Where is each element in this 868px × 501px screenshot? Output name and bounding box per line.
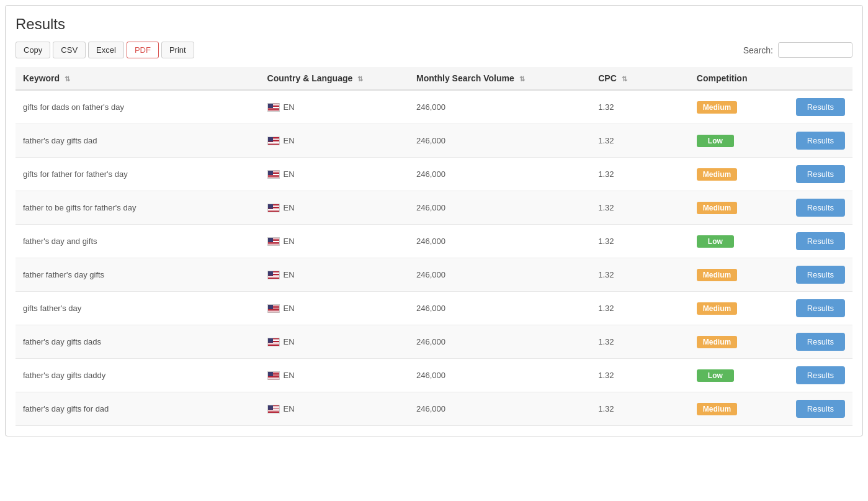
cell-country: EN xyxy=(260,292,409,325)
cell-action: Results xyxy=(789,258,852,292)
table-row: father father's day giftsEN246,0001.32Me… xyxy=(16,258,852,292)
cell-volume: 246,000 xyxy=(409,292,591,325)
cell-cpc: 1.32 xyxy=(591,292,689,325)
flag-icon xyxy=(267,338,280,346)
search-label: Search: xyxy=(743,45,773,55)
results-button[interactable]: Results xyxy=(796,98,845,116)
cell-keyword: father's day gifts dad xyxy=(16,124,260,158)
cell-keyword: father's day gifts for dad xyxy=(16,392,260,426)
cell-cpc: 1.32 xyxy=(591,392,689,426)
page-title: Results xyxy=(16,16,852,33)
cell-cpc: 1.32 xyxy=(591,359,689,392)
flag-icon xyxy=(267,170,280,179)
copy-button[interactable]: Copy xyxy=(16,42,50,58)
competition-badge: Medium xyxy=(697,403,737,415)
cell-competition: Low xyxy=(689,124,789,158)
cell-competition: Medium xyxy=(689,292,789,325)
header-keyword: Keyword ⇅ xyxy=(16,67,260,90)
table-row: gifts for dads on father's dayEN246,0001… xyxy=(16,90,852,124)
header-competition: Competition xyxy=(689,67,789,90)
pdf-button[interactable]: PDF xyxy=(127,42,159,58)
table-row: gifts for father for father's dayEN246,0… xyxy=(16,158,852,191)
cell-cpc: 1.32 xyxy=(591,124,689,158)
cell-action: Results xyxy=(789,225,852,258)
cell-volume: 246,000 xyxy=(409,359,591,392)
competition-badge: Low xyxy=(697,369,734,382)
table-row: father's day gifts dadsEN246,0001.32Medi… xyxy=(16,325,852,359)
cell-volume: 246,000 xyxy=(409,225,591,258)
results-button[interactable]: Results xyxy=(796,266,845,284)
flag-icon xyxy=(267,137,280,145)
language-label: EN xyxy=(284,203,295,212)
cell-keyword: father to be gifts for father's day xyxy=(16,191,260,225)
toolbar-right: Search: xyxy=(743,42,852,58)
cell-country: EN xyxy=(260,191,409,225)
cell-action: Results xyxy=(789,359,852,392)
cell-action: Results xyxy=(789,90,852,124)
flag-icon xyxy=(267,204,280,212)
results-button[interactable]: Results xyxy=(796,165,845,183)
competition-badge: Medium xyxy=(697,101,737,114)
cell-competition: Low xyxy=(689,359,789,392)
header-cpc: CPC ⇅ xyxy=(591,67,689,90)
print-button[interactable]: Print xyxy=(161,42,194,58)
cell-keyword: gifts for dads on father's day xyxy=(16,90,260,124)
cell-cpc: 1.32 xyxy=(591,90,689,124)
flag-icon xyxy=(267,405,280,413)
toolbar: Copy CSV Excel PDF Print Search: xyxy=(16,42,852,58)
cell-action: Results xyxy=(789,292,852,325)
table-row: father's day gifts for dadEN246,0001.32M… xyxy=(16,392,852,426)
header-volume: Monthly Search Volume ⇅ xyxy=(409,67,591,90)
flag-icon xyxy=(267,304,280,313)
results-button[interactable]: Results xyxy=(796,132,845,150)
results-button[interactable]: Results xyxy=(796,199,845,217)
table-row: father's day and giftsEN246,0001.32LowRe… xyxy=(16,225,852,258)
cell-volume: 246,000 xyxy=(409,258,591,292)
cell-cpc: 1.32 xyxy=(591,191,689,225)
results-button[interactable]: Results xyxy=(796,232,845,250)
language-label: EN xyxy=(284,102,295,112)
cell-keyword: father's day gifts dads xyxy=(16,325,260,359)
results-button[interactable]: Results xyxy=(796,366,845,384)
header-action xyxy=(789,67,852,90)
cell-keyword: father father's day gifts xyxy=(16,258,260,292)
cell-country: EN xyxy=(260,258,409,292)
results-button[interactable]: Results xyxy=(796,400,845,418)
header-country: Country & Language ⇅ xyxy=(260,67,409,90)
cell-competition: Medium xyxy=(689,191,789,225)
language-label: EN xyxy=(284,304,295,313)
competition-badge: Medium xyxy=(697,202,737,214)
table-row: father's day gifts daddyEN246,0001.32Low… xyxy=(16,359,852,392)
competition-badge: Low xyxy=(697,235,734,248)
cell-volume: 246,000 xyxy=(409,124,591,158)
excel-button[interactable]: Excel xyxy=(88,42,124,58)
sort-icon-cpc: ⇅ xyxy=(622,75,627,83)
search-input[interactable] xyxy=(778,42,852,58)
cell-country: EN xyxy=(260,90,409,124)
results-button[interactable]: Results xyxy=(796,299,845,317)
cell-country: EN xyxy=(260,225,409,258)
competition-badge: Low xyxy=(697,135,734,147)
cell-volume: 246,000 xyxy=(409,191,591,225)
table-row: father to be gifts for father's dayEN246… xyxy=(16,191,852,225)
cell-action: Results xyxy=(789,325,852,359)
cell-action: Results xyxy=(789,392,852,426)
flag-icon xyxy=(267,103,280,112)
sort-icon-country: ⇅ xyxy=(357,75,363,83)
cell-competition: Low xyxy=(689,225,789,258)
results-button[interactable]: Results xyxy=(796,333,845,351)
flag-icon xyxy=(267,237,280,246)
cell-volume: 246,000 xyxy=(409,392,591,426)
table-row: gifts father's dayEN246,0001.32MediumRes… xyxy=(16,292,852,325)
toolbar-left: Copy CSV Excel PDF Print xyxy=(16,42,194,58)
cell-keyword: gifts father's day xyxy=(16,292,260,325)
table-body: gifts for dads on father's dayEN246,0001… xyxy=(16,90,852,426)
cell-cpc: 1.32 xyxy=(591,325,689,359)
competition-badge: Medium xyxy=(697,302,737,315)
cell-competition: Medium xyxy=(689,90,789,124)
cell-competition: Medium xyxy=(689,392,789,426)
flag-icon xyxy=(267,271,280,279)
cell-cpc: 1.32 xyxy=(591,258,689,292)
competition-badge: Medium xyxy=(697,168,737,181)
csv-button[interactable]: CSV xyxy=(53,42,86,58)
